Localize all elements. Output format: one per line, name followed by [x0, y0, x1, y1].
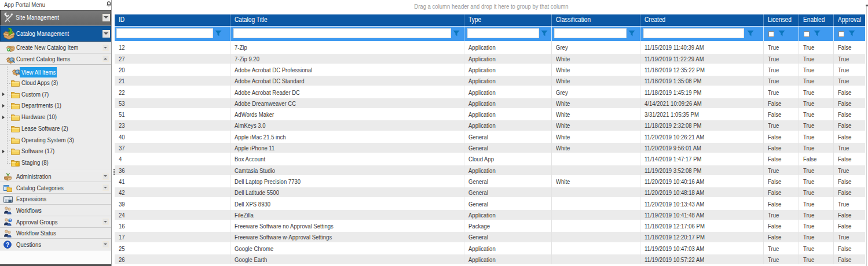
svg-text:?: ? [9, 219, 11, 222]
svg-text:?: ? [6, 242, 9, 248]
